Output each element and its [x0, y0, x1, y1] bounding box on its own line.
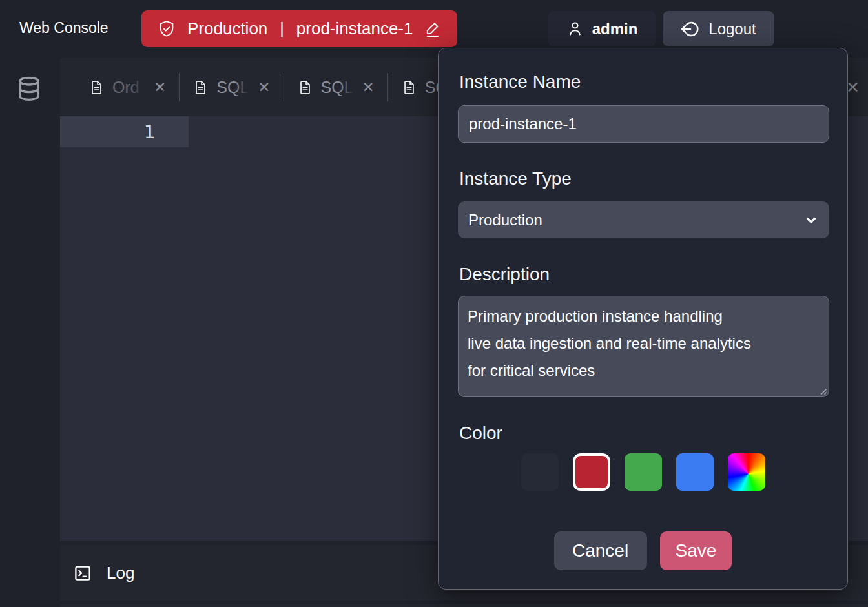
instance-name-input[interactable]	[458, 105, 829, 143]
user-icon	[566, 20, 584, 37]
description-field-label: Description	[459, 264, 550, 285]
file-icon	[401, 79, 417, 96]
shield-check-icon	[157, 19, 176, 39]
log-panel-label: Log	[107, 563, 134, 583]
tab-label: SQL	[216, 78, 249, 97]
color-swatch-rainbow[interactable]	[728, 453, 765, 491]
color-swatch-red-selected[interactable]	[573, 453, 610, 491]
chevron-down-icon	[803, 212, 819, 228]
dialog-button-row: Cancel Save	[439, 531, 847, 570]
instance-type-select[interactable]: Production	[458, 201, 829, 238]
badge-separator: |	[280, 19, 284, 38]
tab-separator	[179, 73, 180, 101]
line-number: 1	[144, 121, 155, 143]
instance-type-label: Production	[187, 19, 267, 39]
cancel-button[interactable]: Cancel	[554, 531, 647, 570]
color-swatch-row	[439, 453, 847, 491]
logout-icon	[681, 19, 700, 39]
bottom-panel-edge	[60, 604, 868, 607]
app-title: Web Console	[19, 19, 108, 37]
color-swatch-green[interactable]	[625, 453, 662, 491]
color-swatch-default[interactable]	[521, 453, 559, 491]
tab-close-icon[interactable]: ✕	[362, 80, 375, 95]
instance-type-field-label: Instance Type	[459, 169, 572, 189]
editor-gutter-active-line: 1	[60, 116, 189, 147]
instance-badge[interactable]: Production | prod-instance-1	[141, 10, 457, 47]
tab-close-icon[interactable]: ✕	[258, 80, 270, 95]
tab-label: Ord	[112, 78, 145, 97]
file-icon	[192, 79, 209, 96]
file-icon	[297, 79, 313, 96]
instance-type-value: Production	[468, 211, 542, 229]
edit-icon[interactable]	[424, 20, 442, 38]
tab-close-icon[interactable]: ✕	[846, 78, 860, 97]
file-icon	[88, 79, 105, 96]
database-icon[interactable]	[16, 75, 42, 105]
color-field-label: Color	[459, 423, 502, 444]
instance-name-label: prod-instance-1	[296, 19, 413, 39]
tab-sql-1[interactable]: SQL ✕	[183, 78, 279, 97]
save-button[interactable]: Save	[660, 531, 732, 570]
description-textarea[interactable]: Primary production instance handling liv…	[458, 296, 829, 397]
tab-separator	[284, 73, 284, 101]
tab-label: SQL	[321, 78, 353, 97]
tab-close-icon[interactable]: ✕	[154, 80, 166, 95]
tab-separator	[388, 73, 388, 101]
instance-name-field-label: Instance Name	[459, 72, 581, 92]
instance-settings-dialog: Instance Name Instance Type Production D…	[438, 48, 848, 590]
logout-button[interactable]: Logout	[663, 11, 774, 46]
tab-ord[interactable]: Ord ✕	[79, 78, 175, 97]
tab-sql-2[interactable]: SQL ✕	[288, 78, 384, 97]
user-name: admin	[592, 20, 638, 38]
logout-label: Logout	[708, 20, 756, 38]
color-swatch-blue[interactable]	[676, 453, 714, 491]
user-menu[interactable]: admin	[548, 11, 656, 46]
terminal-icon	[73, 563, 92, 582]
web-console-screen: Web Console Production | prod-instance-1…	[0, 0, 868, 607]
